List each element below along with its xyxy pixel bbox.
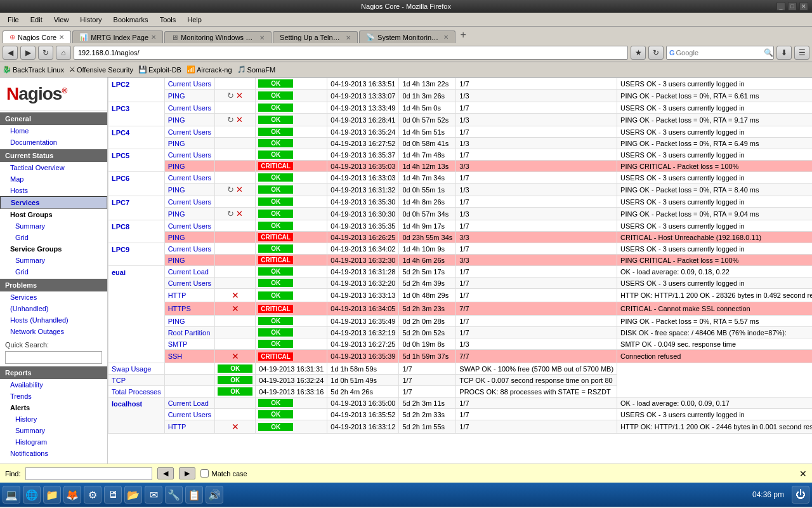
service-name-cell[interactable]: PING [164, 255, 214, 266]
taskbar-icon-terminal[interactable]: 💻 [3, 486, 20, 504]
host-cell[interactable]: LPC8 [108, 220, 165, 243]
taskbar-icon-vm[interactable]: 🖥 [104, 486, 122, 504]
service-name-cell[interactable]: TCP [108, 375, 165, 386]
service-name-cell[interactable]: Current Users [164, 172, 214, 184]
tab-monitoring[interactable]: 🖥 Monitoring Windows Machines ✕ [164, 31, 272, 43]
find-input[interactable] [25, 467, 152, 480]
menu-help[interactable]: Help [182, 15, 207, 25]
google-search-input[interactable] [676, 49, 764, 57]
window-controls[interactable]: _ □ ✕ [776, 2, 808, 11]
service-name-cell[interactable]: Current Users [164, 126, 214, 138]
icon-action1[interactable]: ↻ [227, 185, 234, 194]
service-name-cell[interactable]: Current Users [164, 243, 214, 255]
tab-close-nagios[interactable]: ✕ [59, 34, 64, 41]
icon-cross[interactable]: ✕ [232, 304, 239, 314]
menu-bookmarks[interactable]: Bookmarks [108, 15, 154, 25]
quick-search-input[interactable] [5, 351, 102, 364]
host-cell[interactable]: LPC5 [108, 149, 165, 172]
tab-telnet[interactable]: Setting Up a Telnet Server in... ✕ [273, 31, 358, 43]
service-name-cell[interactable]: Total Processes [108, 386, 165, 398]
sidebar-item-map[interactable]: Map [0, 173, 107, 185]
menu-view[interactable]: View [49, 15, 74, 25]
host-cell[interactable]: LPC3 [108, 102, 165, 126]
tab-close-monitoring[interactable]: ✕ [259, 34, 265, 41]
menu-file[interactable]: File [3, 15, 24, 25]
sidebar-item-service-groups-summary[interactable]: Summary [0, 255, 107, 266]
host-cell[interactable]: LPC6 [108, 172, 165, 196]
service-name-cell[interactable]: HTTP [164, 420, 214, 434]
menu-button[interactable]: ☰ [794, 46, 809, 60]
minimize-button[interactable]: _ [776, 2, 785, 11]
service-name-cell[interactable]: PING [164, 316, 214, 327]
icon-action2[interactable]: ✕ [236, 209, 243, 218]
bookmark-somafm[interactable]: 🎵 SomaFM [237, 65, 276, 74]
tab-nagios-core[interactable]: ⊕ Nagios Core ✕ [3, 30, 71, 43]
sidebar-item-notifications[interactable]: Notifications [0, 448, 107, 459]
address-refresh[interactable]: ↻ [648, 46, 664, 60]
service-name-cell[interactable]: HTTP [164, 289, 214, 302]
icon-action1[interactable]: ↻ [227, 91, 234, 100]
sidebar-item-availability[interactable]: Availability [0, 379, 107, 391]
sidebar-item-alerts-histogram[interactable]: Histogram [0, 436, 107, 448]
match-case-label[interactable]: Match case [200, 469, 247, 478]
sidebar-item-service-groups-grid[interactable]: Grid [0, 266, 107, 277]
host-cell[interactable]: LPC7 [108, 196, 165, 220]
sidebar-item-host-groups-grid[interactable]: Grid [0, 232, 107, 243]
icon-cross[interactable]: ✕ [232, 351, 239, 361]
forward-button[interactable]: ▶ [20, 46, 36, 60]
menu-tools[interactable]: Tools [155, 15, 181, 25]
service-name-cell[interactable]: Current Users [164, 196, 214, 208]
taskbar-icon-mail[interactable]: ✉ [145, 486, 162, 504]
service-name-cell[interactable]: SSH [164, 350, 214, 363]
icon-action2[interactable]: ✕ [236, 115, 243, 124]
taskbar-icon-power[interactable]: ⏻ [792, 486, 809, 504]
close-button[interactable]: ✕ [799, 2, 808, 11]
match-case-checkbox[interactable] [200, 469, 209, 478]
host-cell[interactable]: LPC9 [108, 243, 165, 266]
service-name-cell[interactable]: SMTP [164, 338, 214, 350]
icon-action1[interactable]: ↻ [227, 115, 234, 124]
sidebar-item-network-outages[interactable]: Network Outages [0, 326, 107, 337]
bookmark-offensive[interactable]: ⚔ Offensive Security [69, 65, 133, 74]
find-prev-button[interactable]: ◀ [157, 467, 174, 479]
sidebar-item-home[interactable]: Home [0, 125, 107, 137]
new-tab-button[interactable]: + [457, 29, 469, 41]
service-name-cell[interactable]: PING [164, 184, 214, 196]
service-name-cell[interactable]: HTTPS [164, 302, 214, 316]
sidebar-item-trends[interactable]: Trends [0, 391, 107, 402]
taskbar-icon-internet[interactable]: 🌐 [23, 486, 41, 504]
sidebar-item-host-groups-summary[interactable]: Summary [0, 220, 107, 232]
address-input[interactable] [74, 46, 628, 60]
sidebar-item-services[interactable]: Services [0, 196, 107, 209]
taskbar-icon-other2[interactable]: 📋 [185, 486, 203, 504]
service-name-cell[interactable]: PING [164, 232, 214, 243]
service-name-cell[interactable]: Current Users [164, 220, 214, 232]
service-name-cell[interactable]: PING [164, 90, 214, 102]
service-name-cell[interactable]: Swap Usage [108, 363, 165, 375]
home-button[interactable]: ⌂ [56, 46, 71, 60]
taskbar-icon-folder[interactable]: 📂 [124, 486, 142, 504]
service-name-cell[interactable]: PING [164, 138, 214, 149]
back-button[interactable]: ◀ [3, 46, 18, 60]
icon-action2[interactable]: ✕ [236, 185, 243, 194]
icon-cross[interactable]: ✕ [232, 290, 239, 300]
menu-edit[interactable]: Edit [25, 15, 48, 25]
tab-snmp[interactable]: 📡 System Monitoring Via SNM... ✕ [359, 30, 455, 43]
tab-mrtg[interactable]: 📊 MRTG Index Page ✕ [72, 30, 163, 43]
service-name-cell[interactable]: Current Load [164, 398, 214, 409]
service-name-cell[interactable]: Root Partition [164, 327, 214, 338]
taskbar-icon-other3[interactable]: 🔊 [206, 486, 223, 504]
sidebar-item-documentation[interactable]: Documentation [0, 137, 107, 148]
find-next-button[interactable]: ▶ [179, 467, 195, 479]
maximize-button[interactable]: □ [788, 2, 797, 11]
host-cell[interactable]: euai [108, 266, 165, 363]
sidebar-item-alerts-history[interactable]: History [0, 413, 107, 425]
taskbar-icon-settings[interactable]: ⚙ [84, 486, 102, 504]
service-name-cell[interactable]: Current Users [164, 277, 214, 289]
service-name-cell[interactable]: PING [164, 114, 214, 126]
tab-close-snmp[interactable]: ✕ [443, 34, 449, 41]
sidebar-item-unhandled[interactable]: (Unhandled) [0, 303, 107, 314]
bookmark-star[interactable]: ★ [631, 46, 646, 60]
menu-history[interactable]: History [75, 15, 107, 25]
service-name-cell[interactable]: Current Users [164, 102, 214, 114]
